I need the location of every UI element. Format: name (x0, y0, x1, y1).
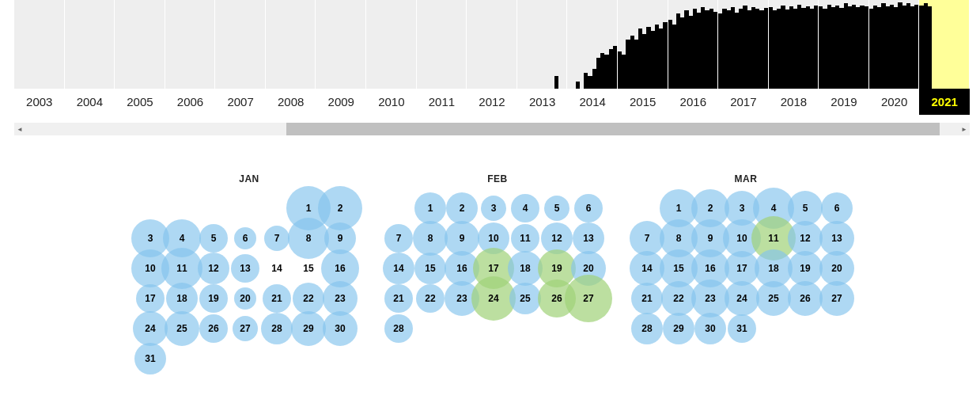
year-column-2012[interactable] (467, 0, 517, 89)
day-6[interactable]: 6 (573, 192, 604, 224)
day-30[interactable]: 30 (694, 313, 726, 344)
year-column-2010[interactable] (366, 0, 417, 89)
year-column-2021[interactable] (919, 0, 970, 89)
year-label-2008[interactable]: 2008 (266, 89, 316, 115)
day-29[interactable]: 29 (293, 313, 324, 344)
day-4[interactable]: 4 (166, 222, 198, 254)
day-3[interactable]: 3 (134, 222, 166, 254)
day-20[interactable]: 20 (821, 253, 853, 284)
day-3[interactable]: 3 (478, 192, 509, 224)
day-5[interactable]: 5 (541, 192, 573, 224)
year-label-2003[interactable]: 2003 (14, 89, 65, 115)
day-26[interactable]: 26 (541, 283, 573, 314)
day-24[interactable]: 24 (726, 283, 758, 314)
day-3[interactable]: 3 (726, 192, 758, 224)
day-13[interactable]: 13 (573, 222, 604, 254)
day-10[interactable]: 10 (478, 222, 509, 254)
day-24[interactable]: 24 (134, 313, 166, 344)
day-19[interactable]: 19 (541, 253, 573, 284)
year-label-2011[interactable]: 2011 (417, 89, 467, 115)
day-21[interactable]: 21 (631, 283, 663, 314)
scroll-thumb[interactable] (286, 123, 940, 135)
day-30[interactable]: 30 (324, 313, 356, 344)
day-25[interactable]: 25 (166, 313, 198, 344)
day-1[interactable]: 1 (663, 192, 694, 224)
year-label-2004[interactable]: 2004 (65, 89, 115, 115)
day-11[interactable]: 11 (509, 222, 541, 254)
day-14[interactable]: 14 (261, 253, 293, 284)
day-26[interactable]: 26 (789, 283, 821, 314)
day-27[interactable]: 27 (229, 313, 261, 344)
day-9[interactable]: 9 (324, 222, 356, 254)
day-8[interactable]: 8 (663, 222, 694, 254)
day-10[interactable]: 10 (726, 222, 758, 254)
day-31[interactable]: 31 (134, 343, 166, 374)
day-27[interactable]: 27 (573, 283, 604, 314)
scroll-left-arrow[interactable]: ◄ (14, 123, 25, 135)
day-25[interactable]: 25 (758, 283, 789, 314)
day-15[interactable]: 15 (663, 253, 694, 284)
day-18[interactable]: 18 (166, 283, 198, 314)
day-14[interactable]: 14 (631, 253, 663, 284)
year-label-2016[interactable]: 2016 (668, 89, 719, 115)
year-label-2019[interactable]: 2019 (819, 89, 869, 115)
day-7[interactable]: 7 (631, 222, 663, 254)
day-21[interactable]: 21 (383, 283, 414, 314)
day-23[interactable]: 23 (324, 283, 356, 314)
year-column-2019[interactable] (819, 0, 869, 89)
year-column-2006[interactable] (165, 0, 216, 89)
day-7[interactable]: 7 (383, 222, 414, 254)
day-6[interactable]: 6 (229, 222, 261, 254)
year-label-2010[interactable]: 2010 (366, 89, 417, 115)
day-25[interactable]: 25 (509, 283, 541, 314)
scroll-right-arrow[interactable]: ► (959, 123, 970, 135)
day-4[interactable]: 4 (509, 192, 541, 224)
day-31[interactable]: 31 (726, 313, 758, 344)
year-column-2004[interactable] (65, 0, 115, 89)
year-column-2015[interactable] (618, 0, 668, 89)
day-9[interactable]: 9 (446, 222, 478, 254)
year-label-2007[interactable]: 2007 (215, 89, 266, 115)
day-23[interactable]: 23 (694, 283, 726, 314)
day-1[interactable]: 1 (414, 192, 446, 224)
day-5[interactable]: 5 (198, 222, 229, 254)
year-label-2014[interactable]: 2014 (567, 89, 618, 115)
year-column-2018[interactable] (769, 0, 819, 89)
year-label-2006[interactable]: 2006 (165, 89, 216, 115)
day-27[interactable]: 27 (821, 283, 853, 314)
day-11[interactable]: 11 (166, 253, 198, 284)
year-column-2011[interactable] (417, 0, 467, 89)
day-18[interactable]: 18 (758, 253, 789, 284)
day-17[interactable]: 17 (726, 253, 758, 284)
day-8[interactable]: 8 (293, 222, 324, 254)
day-21[interactable]: 21 (261, 283, 293, 314)
year-label-2017[interactable]: 2017 (718, 89, 769, 115)
year-label-2018[interactable]: 2018 (769, 89, 819, 115)
year-column-2007[interactable] (215, 0, 266, 89)
day-10[interactable]: 10 (134, 253, 166, 284)
day-24[interactable]: 24 (478, 283, 509, 314)
year-column-2013[interactable] (517, 0, 568, 89)
day-6[interactable]: 6 (821, 192, 853, 224)
day-18[interactable]: 18 (509, 253, 541, 284)
year-label-2012[interactable]: 2012 (467, 89, 517, 115)
day-1[interactable]: 1 (293, 192, 324, 224)
scroll-track[interactable] (25, 123, 959, 135)
day-29[interactable]: 29 (663, 313, 694, 344)
day-14[interactable]: 14 (383, 253, 414, 284)
timeline-scrollbar[interactable]: ◄ ► (14, 123, 970, 135)
day-15[interactable]: 15 (414, 253, 446, 284)
year-column-2014[interactable] (567, 0, 618, 89)
day-5[interactable]: 5 (789, 192, 821, 224)
day-12[interactable]: 12 (541, 222, 573, 254)
day-12[interactable]: 12 (198, 253, 229, 284)
day-19[interactable]: 19 (198, 283, 229, 314)
day-9[interactable]: 9 (694, 222, 726, 254)
day-16[interactable]: 16 (324, 253, 356, 284)
day-16[interactable]: 16 (694, 253, 726, 284)
day-4[interactable]: 4 (758, 192, 789, 224)
year-label-2020[interactable]: 2020 (869, 89, 920, 115)
year-label-2015[interactable]: 2015 (618, 89, 668, 115)
year-column-2003[interactable] (14, 0, 65, 89)
day-11[interactable]: 11 (758, 222, 789, 254)
